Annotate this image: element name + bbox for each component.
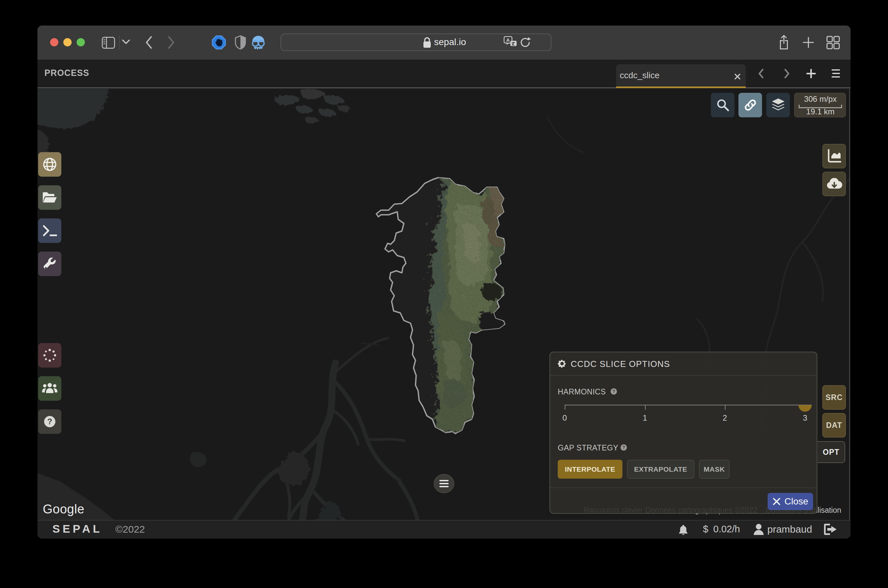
svg-text:?: ? [47, 417, 53, 426]
svg-text:?: ? [613, 389, 615, 394]
svg-text:A: A [506, 37, 510, 43]
svg-text:?: ? [622, 445, 625, 450]
